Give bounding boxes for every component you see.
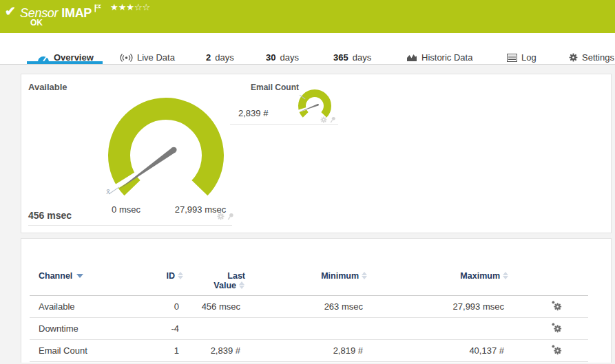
- tab-live-data[interactable]: Live Data: [120, 52, 175, 63]
- chart-icon: [406, 53, 417, 62]
- col-header-value-label: Value: [213, 281, 236, 290]
- cell-last-value: [185, 317, 247, 339]
- log-icon: [507, 54, 517, 62]
- edit-channel-gear-icon[interactable]: [551, 300, 562, 311]
- tab-30-days-label: days: [280, 52, 298, 63]
- cell-channel[interactable]: Email Count: [30, 339, 156, 361]
- col-header-id-label: ID: [167, 271, 176, 281]
- pin-icon[interactable]: [330, 116, 336, 123]
- cell-last-value: 2,839 #: [185, 339, 247, 361]
- sort-icon: [503, 271, 509, 280]
- sort-icon: [178, 271, 184, 280]
- col-header-channel-label: Channel: [39, 271, 72, 281]
- cell-minimum: 2,819 #: [247, 339, 369, 361]
- sort-icon: [239, 281, 245, 290]
- col-header-maximum[interactable]: Maximum: [369, 265, 510, 295]
- tab-2-days-label: days: [215, 52, 233, 63]
- table-row[interactable]: Available 0 456 msec 263 msec 27,993 mse…: [30, 295, 588, 317]
- col-header-last-value[interactable]: LastValue: [185, 265, 247, 295]
- cell-maximum: 40,137 #: [369, 339, 510, 361]
- tab-30-days-num: 30: [266, 52, 275, 63]
- cell-id: -4: [156, 317, 185, 339]
- tab-bar: Overview Live Data 2 days 30 days 365 da…: [0, 33, 615, 65]
- tab-2-days[interactable]: 2 days: [206, 52, 234, 63]
- active-tab-underline: [27, 61, 103, 64]
- stars-empty: ☆☆: [134, 2, 150, 12]
- pin-icon[interactable]: [227, 213, 234, 220]
- sort-desc-icon: [76, 274, 83, 278]
- status-badge: OK: [30, 18, 43, 28]
- page-title-name: IMAP: [61, 6, 92, 20]
- cell-id: 1: [156, 339, 185, 361]
- gear-icon[interactable]: [320, 116, 327, 123]
- cell-last-value: 456 msec: [185, 295, 247, 317]
- channels-panel: Channel ID LastValue Minimum Maximum Ava…: [21, 238, 612, 363]
- gauge-actions-email-count[interactable]: [320, 116, 336, 123]
- broadcast-icon: [120, 53, 133, 63]
- cell-channel[interactable]: Available: [30, 295, 156, 317]
- gauge-title-email-count: Email Count: [251, 83, 299, 92]
- tab-settings[interactable]: Settings: [569, 52, 614, 63]
- flag-icon[interactable]: [94, 4, 101, 12]
- gauge-min-label: 0 msec: [95, 204, 157, 215]
- svg-text:x̄: x̄: [106, 187, 110, 195]
- cell-minimum: 263 msec: [247, 295, 369, 317]
- sensor-header: ✔ SensorIMAP ★★★☆☆ OK: [0, 0, 615, 33]
- col-header-channel[interactable]: Channel: [30, 265, 156, 295]
- edit-channel-gear-icon[interactable]: [551, 322, 562, 333]
- gauge-actions-available[interactable]: [217, 213, 234, 220]
- col-header-last-label: Last: [227, 271, 245, 281]
- table-row[interactable]: Email Count 1 2,839 # 2,819 # 40,137 #: [30, 339, 588, 361]
- cell-maximum: [369, 317, 510, 339]
- cell-actions[interactable]: [510, 317, 588, 339]
- gear-icon: [569, 53, 578, 62]
- divider: [230, 124, 338, 125]
- gear-icon[interactable]: [217, 213, 225, 220]
- priority-stars[interactable]: ★★★☆☆: [110, 2, 150, 12]
- col-header-minimum-label: Minimum: [321, 271, 359, 281]
- divider: [28, 225, 232, 226]
- col-header-id[interactable]: ID: [156, 265, 185, 295]
- tab-live-data-label: Live Data: [137, 52, 175, 63]
- table-header-row: Channel ID LastValue Minimum Maximum: [30, 265, 588, 295]
- tab-log-label: Log: [521, 52, 536, 63]
- col-header-maximum-label: Maximum: [460, 271, 500, 281]
- cell-actions[interactable]: [510, 339, 588, 361]
- cell-id: 0: [156, 295, 185, 317]
- tab-settings-label: Settings: [582, 52, 614, 63]
- tab-365-days-label: days: [353, 52, 371, 63]
- cell-maximum: 27,993 msec: [369, 295, 510, 317]
- table-row[interactable]: Downtime -4: [30, 317, 588, 339]
- col-header-actions: [510, 265, 588, 295]
- status-check-icon: ✔: [5, 3, 16, 19]
- cell-minimum: [247, 317, 369, 339]
- gauges-panel: Available x̄ 0 msec 27,993 msec 456 msec…: [21, 74, 612, 233]
- sort-icon: [362, 271, 368, 280]
- cell-channel[interactable]: Downtime: [30, 317, 156, 339]
- col-header-minimum[interactable]: Minimum: [247, 265, 369, 295]
- stars-filled: ★★★: [110, 2, 134, 12]
- tab-30-days[interactable]: 30 days: [266, 52, 299, 63]
- cell-actions[interactable]: [510, 295, 588, 317]
- gauge-title-available: Available: [28, 82, 67, 92]
- gauge-value-email-count: 2,839 #: [238, 108, 268, 118]
- tab-historic-data[interactable]: Historic Data: [406, 52, 472, 63]
- channels-table: Channel ID LastValue Minimum Maximum Ava…: [30, 265, 588, 362]
- tab-historic-data-label: Historic Data: [421, 52, 472, 63]
- edit-channel-gear-icon[interactable]: [551, 344, 562, 355]
- tab-2-days-num: 2: [206, 52, 211, 63]
- gauge-value-available: 456 msec: [28, 210, 72, 221]
- tab-365-days[interactable]: 365 days: [333, 52, 371, 63]
- tab-365-days-num: 365: [333, 52, 348, 63]
- tab-log[interactable]: Log: [507, 52, 536, 63]
